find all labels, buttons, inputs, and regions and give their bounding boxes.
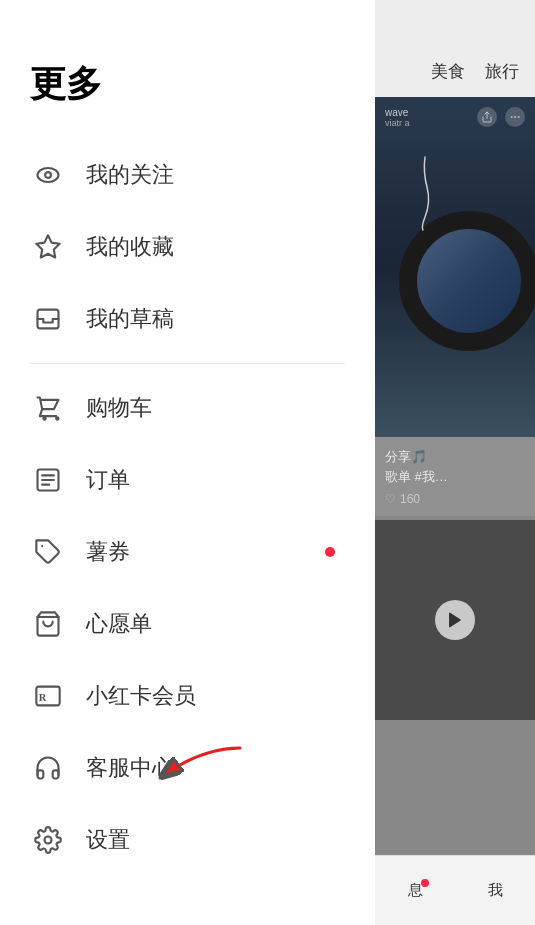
divider-1 (30, 363, 345, 364)
porthole-image (399, 211, 535, 351)
card-icon: R (30, 678, 66, 714)
menu-item-label-coupons: 薯券 (86, 537, 130, 567)
svg-point-1 (45, 172, 51, 178)
eye-icon (30, 157, 66, 193)
card-user-labels: wave viatr a (385, 107, 410, 128)
menu-item-label-orders: 订单 (86, 465, 130, 495)
menu-item-orders[interactable]: 订单 (0, 444, 375, 516)
svg-marker-2 (36, 235, 59, 257)
menu-item-wishlist[interactable]: 心愿单 (0, 588, 375, 660)
more-icon[interactable] (505, 107, 525, 127)
svg-marker-20 (450, 613, 461, 627)
card-video-2[interactable] (375, 520, 535, 720)
arrow-annotation (140, 733, 260, 807)
category-travel[interactable]: 旅行 (485, 60, 519, 83)
svg-point-19 (511, 117, 512, 118)
menu-item-favorites[interactable]: 我的收藏 (0, 211, 375, 283)
menu-item-label-vip: 小红卡会员 (86, 681, 196, 711)
menu-item-label-cart: 购物车 (86, 393, 152, 423)
coupons-badge (325, 547, 335, 557)
page-container: 更多 我的关注 我的收藏 我的草稿 (0, 0, 535, 925)
svg-point-0 (38, 168, 59, 182)
menu-item-follow[interactable]: 我的关注 (0, 139, 375, 211)
card-like-count: ♡ 160 (385, 492, 525, 506)
category-food[interactable]: 美食 (431, 60, 465, 83)
svg-point-17 (515, 117, 516, 118)
share-icon[interactable] (477, 107, 497, 127)
card-action-icons (477, 107, 525, 127)
nav-me-label: 我 (488, 881, 503, 900)
svg-point-14 (45, 837, 52, 844)
messages-badge (421, 879, 429, 887)
card-image-inner (375, 97, 535, 437)
nav-item-me[interactable]: 我 (488, 881, 503, 900)
star-icon (30, 229, 66, 265)
menu-item-cart[interactable]: 购物车 (0, 372, 375, 444)
right-panel: 美食 旅行 wave viatr a (375, 0, 535, 925)
menu-panel: 更多 我的关注 我的收藏 我的草稿 (0, 0, 375, 925)
card-playlist-text: 歌单 #我… (385, 467, 525, 487)
menu-item-label-drafts: 我的草稿 (86, 304, 174, 334)
gear-icon (30, 822, 66, 858)
svg-point-4 (43, 417, 45, 419)
svg-point-18 (518, 117, 519, 118)
card-bottom-info: 分享🎵 歌单 #我… ♡ 160 (375, 437, 535, 516)
wave-line (395, 152, 455, 232)
menu-item-label-wishlist: 心愿单 (86, 609, 152, 639)
menu-item-settings[interactable]: 设置 (0, 804, 375, 876)
svg-point-5 (56, 417, 58, 419)
card-share-text: 分享🎵 (385, 447, 525, 467)
bag-icon (30, 606, 66, 642)
svg-text:R: R (39, 692, 47, 703)
headset-icon (30, 750, 66, 786)
menu-item-label-settings: 设置 (86, 825, 130, 855)
list-icon (30, 462, 66, 498)
menu-item-coupons[interactable]: 薯券 (0, 516, 375, 588)
nav-item-messages[interactable]: 息 (408, 881, 423, 900)
menu-item-drafts[interactable]: 我的草稿 (0, 283, 375, 355)
card-image-1: wave viatr a (375, 97, 535, 437)
right-top-bar: 美食 旅行 (375, 0, 535, 97)
menu-item-label-follow: 我的关注 (86, 160, 174, 190)
bottom-nav: 息 我 (375, 855, 535, 925)
menu-item-vip[interactable]: R 小红卡会员 (0, 660, 375, 732)
tag-icon (30, 534, 66, 570)
menu-item-label-favorites: 我的收藏 (86, 232, 174, 262)
inbox-icon (30, 301, 66, 337)
cart-icon (30, 390, 66, 426)
play-button[interactable] (435, 600, 475, 640)
page-title: 更多 (0, 0, 375, 139)
